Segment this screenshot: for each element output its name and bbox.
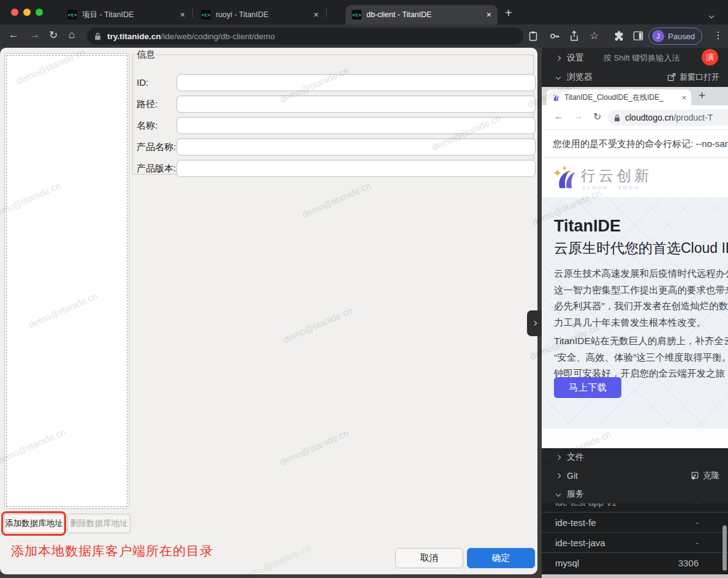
browser-label: 浏览器	[567, 72, 593, 83]
embedded-browser: TitanIDE_CloudIDE_在线IDE_ × + ← → ↻ cloud…	[542, 87, 728, 429]
service-row[interactable]: ide-test-app-v1 -	[542, 503, 728, 512]
tab-divider	[192, 8, 193, 17]
services-section-row[interactable]: 服务	[542, 485, 728, 503]
service-row[interactable]: ide-test-java -	[542, 533, 728, 553]
macos-zoom-button[interactable]	[36, 9, 43, 16]
hero-title: TitanIDE	[554, 217, 621, 236]
side-panel-icon[interactable]	[633, 31, 643, 43]
open-new-window-button[interactable]: 新窗口打开	[667, 72, 719, 83]
back-icon[interactable]: ←	[9, 29, 19, 41]
tab-title: 项目 - TitanIDE	[82, 10, 176, 20]
service-name: ide-test-java	[555, 538, 605, 548]
close-icon[interactable]: ×	[681, 93, 686, 102]
path-label: 路径:	[137, 99, 157, 110]
confirm-button[interactable]: 确定	[467, 548, 535, 568]
demo-badge: 演	[702, 49, 718, 66]
forward-icon[interactable]: →	[574, 111, 583, 122]
db-client-dialog: 信息 ID: 路径: 名称: 产品名称: 产品版本: 添加数据库地址 删除数据库…	[0, 48, 537, 574]
git-clone-button[interactable]: 克隆	[691, 470, 719, 481]
info-fieldset: 信息 ID: 路径: 名称: 产品名称: 产品版本:	[132, 49, 534, 175]
embedded-url-row: ← → ↻ cloudtogo.cn/product-T	[542, 105, 728, 130]
clone-icon	[691, 471, 699, 480]
service-port: -	[696, 503, 699, 508]
product-name-label: 产品名称:	[137, 141, 176, 153]
share-icon[interactable]	[569, 31, 579, 44]
cloudtogo-logo	[552, 165, 580, 190]
panel-collapse-handle[interactable]	[527, 310, 542, 336]
url-domain: try.titanide.cn	[107, 32, 161, 41]
tab-ruoyi[interactable]: <t> ruoyi - TitanIDE ×	[195, 5, 325, 24]
new-tab-button[interactable]: +	[505, 6, 512, 20]
id-input[interactable]	[176, 74, 536, 91]
download-now-button[interactable]: 马上下载	[554, 377, 621, 398]
files-section-row[interactable]: 文件	[542, 448, 728, 467]
fieldset-legend: 信息	[135, 49, 156, 61]
home-icon[interactable]: ⌂	[69, 29, 75, 41]
browser-section-row[interactable]: 浏览器 新窗口打开	[542, 67, 728, 87]
extensions-puzzle-icon[interactable]	[613, 31, 624, 44]
scrollbar-thumb[interactable]	[722, 525, 727, 571]
annotation-highlight-box	[1, 511, 66, 536]
name-input[interactable]	[176, 117, 536, 134]
titanide-favicon: <t>	[67, 10, 77, 20]
profile-paused-button[interactable]: J Paused	[648, 28, 702, 45]
embedded-address-bar[interactable]: cloudtogo.cn/product-T	[608, 110, 728, 126]
forward-icon[interactable]: →	[29, 29, 40, 41]
settings-section-row[interactable]: 设置 按 Shift 键切换输入法	[542, 49, 728, 67]
sandbox-warning-bar: 您使用的是不受支持的命令行标记: --no-sand	[542, 130, 728, 158]
address-bar[interactable]: try.titanide.cn/ide/web/coding/db-client…	[87, 28, 523, 45]
services-label: 服务	[567, 489, 584, 500]
cloudtogo-header: 行云创新 CLOUD · TOGO	[542, 158, 728, 197]
macos-close-button[interactable]	[11, 9, 18, 16]
url-path: /product-T	[673, 113, 713, 122]
service-name: mysql	[555, 558, 579, 568]
tab-divider	[326, 8, 327, 17]
service-name: ide-test-app-v1	[555, 503, 616, 508]
new-tab-button[interactable]: +	[699, 89, 705, 102]
close-icon[interactable]: ×	[314, 10, 319, 20]
annotation-text: 添加本地数据库客户端所在的目录	[11, 542, 213, 560]
chevron-right-icon	[556, 455, 561, 460]
clipboard-icon[interactable]	[528, 31, 538, 44]
chevron-right-icon	[532, 321, 537, 326]
tab-db-client-active[interactable]: <t> db-client - TitanIDE ×	[346, 5, 498, 24]
lock-icon	[94, 32, 101, 40]
browser-toolbar: ← → ↻ ⌂ try.titanide.cn/ide/web/coding/d…	[0, 24, 728, 48]
product-version-input[interactable]	[176, 160, 536, 177]
profile-status: Paused	[668, 32, 695, 41]
refresh-icon[interactable]: ↻	[593, 111, 601, 122]
cloudtogo-favicon	[552, 93, 561, 102]
embedded-tab[interactable]: TitanIDE_CloudIDE_在线IDE_ ×	[547, 89, 691, 105]
git-clone-label: 克隆	[703, 470, 719, 481]
service-name: ide-test-fe	[555, 517, 596, 528]
kebab-menu-icon[interactable]: ⋮	[713, 29, 723, 41]
hero-subtitle: 云原生时代您的首选Cloud IDE	[554, 239, 728, 258]
git-label: Git	[567, 471, 578, 481]
close-icon[interactable]: ×	[180, 10, 185, 20]
password-key-icon[interactable]	[549, 31, 560, 44]
service-port: -	[696, 517, 699, 528]
service-row[interactable]: mysql 3306	[542, 553, 728, 573]
refresh-icon[interactable]: ↻	[49, 29, 58, 42]
tab-search-button[interactable]	[710, 9, 713, 20]
close-icon[interactable]: ×	[487, 10, 491, 20]
tab-title: ruoyi - TitanIDE	[216, 10, 310, 19]
tab-project[interactable]: <t> 项目 - TitanIDE ×	[61, 5, 191, 24]
service-row[interactable]: ide-test-fe -	[542, 512, 728, 533]
path-input[interactable]	[176, 96, 536, 113]
bookmark-star-icon[interactable]: ☆	[590, 29, 599, 42]
cancel-button[interactable]: 取消	[395, 548, 463, 568]
url-domain: cloudtogo.cn	[625, 113, 673, 122]
brand-name: 行云创新	[581, 166, 652, 186]
product-name-input[interactable]	[176, 138, 536, 156]
ide-sections-panel: 文件 Git 克隆 服务 ide-test-app-v1	[542, 448, 728, 574]
git-section-row[interactable]: Git 克隆	[542, 467, 728, 485]
back-icon[interactable]: ←	[554, 111, 564, 122]
titanide-favicon: <t>	[352, 10, 362, 20]
lock-icon	[614, 114, 620, 122]
database-address-list[interactable]	[4, 53, 129, 509]
open-new-window-label: 新窗口打开	[680, 72, 719, 83]
input-method-hint: 按 Shift 键切换输入法	[604, 53, 680, 64]
macos-minimize-button[interactable]	[23, 9, 31, 16]
titanide-favicon: <t>	[201, 10, 211, 20]
